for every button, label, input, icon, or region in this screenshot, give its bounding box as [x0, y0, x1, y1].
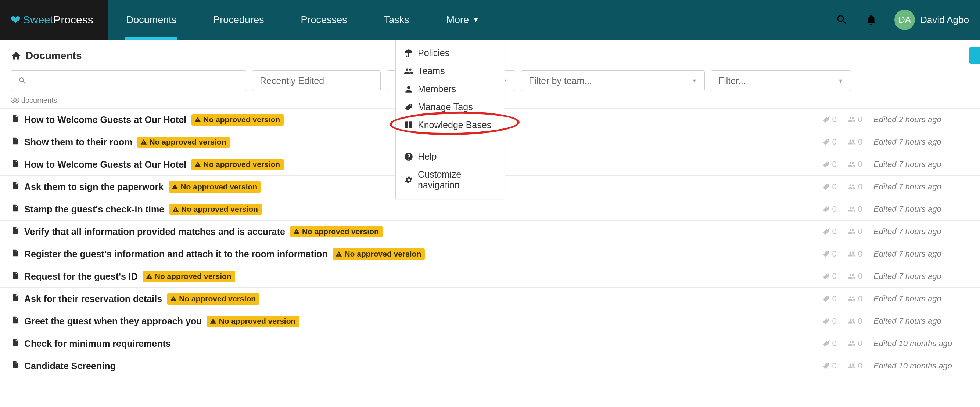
- row-meta: 00Edited 7 hours ago: [822, 294, 969, 304]
- tag-count: 0: [822, 137, 837, 147]
- nav-tab-tasks[interactable]: Tasks: [365, 0, 427, 40]
- table-row[interactable]: Verify that all information provided mat…: [0, 220, 980, 243]
- assignee-count: 0: [848, 249, 862, 259]
- nav-tab-processes[interactable]: Processes: [282, 0, 365, 40]
- table-row[interactable]: Check for minimum requirements00Edited 1…: [0, 333, 980, 355]
- doc-title[interactable]: Greet the guest when they approach you: [24, 316, 202, 327]
- nav-tab-label: Documents: [126, 14, 177, 26]
- table-row[interactable]: Ask for their reservation detailsNo appr…: [0, 288, 980, 310]
- doc-title[interactable]: Show them to their room: [24, 137, 132, 147]
- doc-title[interactable]: Ask for their reservation details: [24, 294, 162, 304]
- sort-select[interactable]: Recently Edited: [252, 70, 381, 91]
- search-input[interactable]: [27, 71, 246, 91]
- status-badge: No approved version: [169, 181, 261, 193]
- edited-label: Edited 7 hours ago: [873, 227, 969, 236]
- more-dropdown: Policies Teams Members Manage Tags Knowl…: [395, 40, 505, 199]
- doc-title[interactable]: How to Welcome Guests at Our Hotel: [24, 159, 186, 170]
- tag-count: 0: [822, 249, 837, 259]
- doc-icon: [11, 181, 19, 193]
- status-badge: No approved version: [191, 159, 284, 170]
- user-menu[interactable]: DA David Agbo: [894, 10, 969, 30]
- user-name: David Agbo: [920, 14, 969, 26]
- row-meta: 00Edited 7 hours ago: [822, 204, 969, 214]
- status-badge: No approved version: [191, 114, 284, 125]
- table-row[interactable]: Stamp the guest's check-in timeNo approv…: [0, 198, 980, 220]
- doc-title[interactable]: Stamp the guest's check-in time: [24, 204, 164, 215]
- status-badge: No approved version: [332, 249, 425, 260]
- doc-title[interactable]: Candidate Screening: [24, 361, 116, 371]
- bell-icon[interactable]: [865, 14, 878, 26]
- row-meta: 00Edited 7 hours ago: [822, 137, 969, 147]
- dd-policies[interactable]: Policies: [396, 44, 504, 62]
- dd-knowledge-bases[interactable]: Knowledge Bases: [396, 116, 504, 134]
- doc-icon: [11, 315, 19, 327]
- dd-teams[interactable]: Teams: [396, 62, 504, 80]
- dropdown-divider: [396, 141, 504, 141]
- filter-generic-select[interactable]: Filter... ▾: [711, 70, 851, 91]
- tag-count: 0: [822, 115, 837, 124]
- edited-label: Edited 7 hours ago: [873, 272, 969, 281]
- brand-logo[interactable]: ❤ Sweet Process: [0, 0, 108, 40]
- nav-tabs: Documents Procedures Processes Tasks Mor…: [108, 0, 498, 40]
- table-row[interactable]: Candidate Screening00Edited 10 months ag…: [0, 355, 980, 377]
- table-row[interactable]: Greet the guest when they approach youNo…: [0, 310, 980, 333]
- dd-label: Knowledge Bases: [418, 120, 491, 130]
- row-meta: 00Edited 7 hours ago: [822, 272, 969, 281]
- nav-tab-label: Tasks: [383, 14, 409, 26]
- people-icon: [404, 67, 414, 76]
- dd-label: Teams: [418, 66, 445, 76]
- avatar: DA: [894, 10, 915, 30]
- help-icon: [404, 152, 414, 162]
- search-icon[interactable]: [835, 14, 848, 26]
- edited-label: Edited 10 months ago: [873, 339, 969, 348]
- dd-manage-tags[interactable]: Manage Tags: [396, 98, 504, 116]
- create-button-sliver[interactable]: [969, 47, 980, 64]
- row-meta: 00Edited 7 hours ago: [822, 316, 969, 326]
- dd-help[interactable]: Help: [396, 147, 504, 166]
- assignee-count: 0: [848, 339, 862, 348]
- filter-team-label: Filter by team...: [522, 71, 684, 91]
- search-input-wrapper[interactable]: [11, 70, 246, 91]
- navbar-right: DA David Agbo: [835, 10, 980, 30]
- doc-title[interactable]: Register the guest's information and att…: [24, 249, 328, 260]
- dd-label: Members: [418, 84, 456, 94]
- chevron-down-icon: ▾: [830, 71, 851, 91]
- assignee-count: 0: [848, 182, 862, 192]
- warn-icon: [210, 318, 216, 325]
- chevron-down-icon: ▼: [473, 16, 479, 24]
- doc-title[interactable]: Ask them to sign the paperwork: [24, 182, 164, 192]
- table-row[interactable]: Register the guest's information and att…: [0, 243, 980, 265]
- tag-count: 0: [822, 316, 837, 326]
- nav-tab-label: Procedures: [213, 14, 264, 26]
- warn-icon: [140, 139, 147, 145]
- doc-title[interactable]: Request for the guest's ID: [24, 271, 138, 282]
- chevron-down-icon: ▾: [684, 71, 705, 91]
- doc-icon: [11, 248, 19, 260]
- dd-members[interactable]: Members: [396, 80, 504, 98]
- nav-tab-procedures[interactable]: Procedures: [195, 0, 282, 40]
- assignee-count: 0: [848, 316, 862, 326]
- doc-title[interactable]: How to Welcome Guests at Our Hotel: [24, 114, 186, 125]
- assignee-count: 0: [848, 294, 862, 304]
- tag-count: 0: [822, 294, 837, 304]
- dd-customize-nav[interactable]: Customize navigation: [396, 166, 504, 194]
- nav-tab-more[interactable]: More ▼: [428, 0, 498, 40]
- doc-title[interactable]: Check for minimum requirements: [24, 338, 171, 349]
- edited-label: Edited 7 hours ago: [873, 137, 969, 147]
- status-badge: No approved version: [169, 204, 262, 215]
- status-badge: No approved version: [207, 316, 299, 327]
- warn-icon: [194, 161, 201, 168]
- doc-title[interactable]: Verify that all information provided mat…: [24, 226, 285, 237]
- edited-label: Edited 7 hours ago: [873, 160, 969, 169]
- tag-count: 0: [822, 182, 837, 192]
- edited-label: Edited 2 hours ago: [873, 115, 969, 124]
- dd-label: Customize navigation: [418, 169, 496, 190]
- list-doc-icon: [11, 158, 19, 170]
- doc-icon: [11, 271, 19, 282]
- nav-tab-documents[interactable]: Documents: [108, 0, 195, 40]
- assignee-count: 0: [848, 227, 862, 236]
- doc-icon: [11, 337, 19, 349]
- edited-label: Edited 7 hours ago: [873, 204, 969, 214]
- table-row[interactable]: Request for the guest's IDNo approved ve…: [0, 265, 980, 288]
- filter-team-select[interactable]: Filter by team... ▾: [521, 70, 705, 91]
